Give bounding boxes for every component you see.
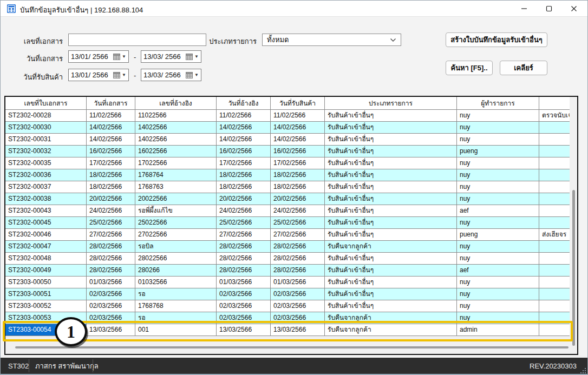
table-cell[interactable]: 17/02/2566 [217,157,271,169]
table-cell[interactable]: ส่งเฮียจร [539,229,571,241]
table-row[interactable]: ST2303-0005413/03/256600113/03/256613/03… [5,324,571,336]
create-receipt-button[interactable]: สร้างใบบันทึกข้อมูลรับเข้าอื่นๆ [446,32,547,47]
table-cell[interactable]: nuy [457,193,539,205]
table-cell[interactable]: 28/02/2566 [87,241,135,253]
table-cell[interactable]: 01/03/2566 [217,277,271,288]
table-cell[interactable] [539,157,571,169]
table-cell[interactable]: 17022566 [135,157,217,169]
table-cell[interactable]: 18/02/2566 [217,169,271,181]
table-cell[interactable]: รอบิล [135,241,217,253]
table-cell[interactable]: 27/02/2566 [271,229,325,241]
table-cell[interactable]: 25/02/2566 [217,217,271,229]
table-cell[interactable]: 001 [135,324,217,336]
table-cell[interactable]: รับสินค้าเข้าอื่นๆ [325,277,457,288]
table-cell[interactable]: nuy [457,253,539,265]
table-cell[interactable]: ST2302-00028 [5,110,87,122]
table-row[interactable]: ST2302-0003618/02/2566176876418/02/25661… [5,169,571,181]
horizontal-scrollbar-thumb[interactable] [15,346,569,348]
table-cell[interactable]: 02/03/2566 [87,312,135,324]
table-row[interactable]: ST2302-0003718/02/2566176876318/02/25661… [5,181,571,193]
table-cell[interactable]: 13/03/2566 [217,324,271,336]
table-cell[interactable]: รับสินค้าเข้าอื่นๆ [325,300,457,312]
column-header[interactable]: วันที่เอกสาร [87,97,135,110]
table-cell[interactable]: nuy [457,241,539,253]
table-cell[interactable]: 18/02/2566 [271,169,325,181]
table-cell[interactable]: 14/02/2566 [87,134,135,146]
table-cell[interactable]: ST2302-00048 [5,253,87,265]
table-cell[interactable]: 24/02/2566 [217,205,271,217]
table-cell[interactable]: รับคืนจากลูกค้า [325,312,457,324]
table-row[interactable]: ST2302-0003517/02/25661702256617/02/2566… [5,157,571,169]
table-cell[interactable]: pueng [457,229,539,241]
table-cell[interactable]: 14/02/2566 [271,134,325,146]
table-cell[interactable] [539,241,571,253]
table-cell[interactable]: nuy [457,312,539,324]
table-cell[interactable]: 11/02/2566 [271,110,325,122]
table-cell[interactable]: nuy [457,134,539,146]
table-cell[interactable] [539,288,571,300]
table-cell[interactable]: 11/02/2566 [217,110,271,122]
dropdown-arrow-icon[interactable]: ▼ [194,54,199,59]
table-cell[interactable]: 24/02/2566 [271,205,325,217]
table-row[interactable]: ST2302-0002811/02/25661102256611/02/2566… [5,110,571,122]
table-cell[interactable]: 13/03/2566 [87,324,135,336]
table-cell[interactable]: ST2302-00046 [5,229,87,241]
table-cell[interactable]: 01/03/2566 [271,277,325,288]
resize-grip-icon[interactable] [580,367,586,374]
table-cell[interactable]: 17/02/2566 [87,157,135,169]
table-cell[interactable]: 02/03/2566 [87,288,135,300]
table-cell[interactable]: รอพี่ผึ้งแก้ไข [135,205,217,217]
table-cell[interactable]: nuy [457,157,539,169]
table-cell[interactable]: 02/03/2566 [217,312,271,324]
table-cell[interactable]: 14/02/2566 [217,122,271,134]
table-cell[interactable] [539,265,571,277]
table-cell[interactable]: nuy [457,288,539,300]
document-number-input[interactable] [68,34,206,46]
table-cell[interactable] [539,253,571,265]
table-cell[interactable]: ST2302-00032 [5,146,87,157]
table-row[interactable]: ST2303-0005202/03/2566176876802/03/25660… [5,300,571,312]
document-date-from-picker[interactable]: 13/01/ 2566 ▼ [68,50,129,63]
table-cell[interactable]: nuy [457,181,539,193]
table-cell[interactable]: ST2302-00049 [5,265,87,277]
table-row[interactable]: ST2303-0005001/03/25660103256601/03/2566… [5,277,571,288]
table-cell[interactable]: 28022566 [135,253,217,265]
table-cell[interactable]: รอ [135,312,217,324]
table-cell[interactable]: 18/02/2566 [87,181,135,193]
receive-date-to-picker[interactable]: 13/03/ 2566 ▼ [141,69,201,81]
table-cell[interactable]: รับสินค้าเข้าอื่นๆ [325,134,457,146]
table-cell[interactable]: รอ [135,288,217,300]
table-cell[interactable]: admin [457,324,539,336]
table-cell[interactable] [539,181,571,193]
table-cell[interactable]: ST2303-00052 [5,300,87,312]
table-cell[interactable]: ST2302-00047 [5,241,87,253]
table-cell[interactable]: รับคืนจากลูกค้า [325,324,457,336]
table-cell[interactable]: รับสินค้าเข้าอื่นๆ [325,229,457,241]
table-cell[interactable]: ST2302-00035 [5,157,87,169]
table-cell[interactable]: 02/03/2566 [217,288,271,300]
table-cell[interactable]: 20/02/2566 [217,193,271,205]
table-cell[interactable]: aef [457,205,539,217]
table-cell[interactable] [539,134,571,146]
table-cell[interactable]: รับสินค้าเข้าอื่นๆ [325,205,457,217]
receive-date-from-picker[interactable]: 13/01/ 2566 ▼ [68,69,129,81]
table-cell[interactable]: 02/03/2566 [271,312,325,324]
table-row[interactable]: ST2302-0004627/02/25662702256627/02/2566… [5,229,571,241]
table-cell[interactable]: 25/02/2566 [271,217,325,229]
table-cell[interactable]: 28/02/2566 [87,265,135,277]
table-cell[interactable]: 1768768 [135,300,217,312]
table-cell[interactable]: 18/02/2566 [271,181,325,193]
table-cell[interactable] [539,122,571,134]
close-button[interactable] [561,1,586,17]
table-cell[interactable] [539,324,571,336]
table-cell[interactable]: pueng [457,146,539,157]
table-cell[interactable]: รับสินค้าเข้าอื่นๆ [325,193,457,205]
table-cell[interactable]: 25/02/2566 [87,217,135,229]
table-cell[interactable]: 24/02/2566 [87,205,135,217]
table-cell[interactable] [539,217,571,229]
table-cell[interactable]: 17/02/2566 [271,157,325,169]
table-cell[interactable]: 11022566 [135,110,217,122]
table-cell[interactable]: รับสินค้าเข้าอื่นๆ [325,110,457,122]
table-cell[interactable]: ST2302-00031 [5,134,87,146]
table-cell[interactable]: 27/02/2566 [87,229,135,241]
